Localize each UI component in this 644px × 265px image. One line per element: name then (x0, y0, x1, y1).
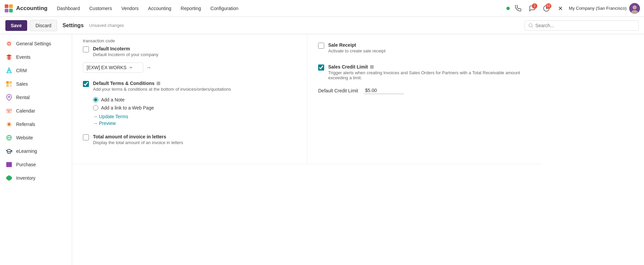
radio-add-note[interactable]: Add a Note (93, 97, 296, 102)
terms-desc: Add your terms & conditions at the botto… (93, 87, 231, 92)
radio-add-link-input[interactable] (93, 105, 98, 111)
nav-right: 2 62 My Company (San Francisco) (506, 3, 640, 14)
radio-add-link[interactable]: Add a link to a Web Page (93, 105, 296, 111)
svg-rect-3 (9, 9, 13, 12)
incoterm-desc: Default Incoterm of your company (93, 52, 158, 57)
invoice-letters-checkbox[interactable] (83, 134, 89, 140)
terms-links: → Update Terms → Preview (93, 114, 296, 126)
elearning-icon (5, 147, 13, 155)
invoice-letters-setting: Total amount of invoice in letters Displ… (83, 134, 296, 148)
invoice-letters-label: Total amount of invoice in letters (93, 134, 183, 139)
rental-icon (5, 94, 13, 101)
purchase-icon (5, 161, 13, 168)
search-input[interactable] (535, 23, 635, 28)
company-name[interactable]: My Company (San Francisco) (569, 6, 627, 11)
settings-grid: transaction code Default Incoterm Defaul… (72, 34, 542, 164)
avatar-icon (629, 3, 640, 14)
incoterm-checkbox[interactable] (83, 46, 89, 52)
update-terms-link[interactable]: → Update Terms (93, 114, 296, 119)
nav-configuration[interactable]: Configuration (206, 4, 242, 13)
transaction-note: transaction code (83, 38, 296, 43)
incoterm-value: [EXW] EX WORKS (87, 65, 127, 70)
main-layout: General Settings Events CRM (0, 34, 644, 265)
invoice-letters-text: Total amount of invoice in letters Displ… (93, 134, 183, 148)
incoterm-text-block: Default Incoterm Default Incoterm of you… (93, 46, 158, 60)
sidebar-item-events[interactable]: Events (0, 50, 72, 64)
save-button[interactable]: Save (5, 20, 27, 31)
phone-icon (515, 5, 522, 12)
status-indicator (506, 7, 510, 10)
messages-icon-btn[interactable]: 2 (527, 3, 538, 14)
nav-accounting[interactable]: Accounting (144, 4, 175, 13)
sidebar-item-website[interactable]: Website (0, 131, 72, 144)
general-settings-icon (5, 40, 13, 47)
search-box[interactable] (525, 20, 639, 31)
terms-text-block: Default Terms & Conditions ⊞ Add your te… (93, 81, 231, 94)
sidebar-label-purchase: Purchase (16, 162, 36, 167)
sidebar-item-inventory[interactable]: Inventory (0, 171, 72, 185)
website-icon (5, 134, 13, 141)
crm-icon (5, 67, 13, 74)
terms-header-row: Default Terms & Conditions ⊞ Add your te… (83, 81, 296, 94)
sidebar-label-crm: CRM (16, 68, 27, 73)
nav-dashboard[interactable]: Dashboard (53, 4, 84, 13)
sale-receipt-checkbox[interactable] (318, 43, 324, 49)
events-icon (5, 53, 13, 61)
sidebar-item-rental[interactable]: Rental (0, 91, 72, 104)
invoice-letters-row: Total amount of invoice in letters Displ… (83, 134, 296, 148)
sidebar-item-calendar[interactable]: 31 Calendar (0, 104, 72, 118)
activity-icon-btn[interactable]: 62 (541, 3, 552, 14)
sidebar-item-general-settings[interactable]: General Settings (0, 37, 72, 50)
incoterm-label: Default Incoterm (93, 46, 158, 51)
credit-limit-grid-icon[interactable]: ⊞ (370, 64, 374, 70)
sale-receipt-desc: Activate to create sale receipt (328, 48, 386, 53)
svg-rect-21 (9, 84, 12, 87)
default-credit-value[interactable]: $5.00 (364, 87, 404, 94)
svg-rect-31 (6, 162, 12, 167)
activity-badge: 62 (546, 3, 551, 9)
terms-checkbox[interactable] (83, 81, 89, 87)
sidebar-label-general-settings: General Settings (16, 41, 51, 46)
radio-add-note-input[interactable] (93, 97, 98, 102)
content-area: transaction code Default Incoterm Defaul… (72, 34, 644, 265)
terms-grid-icon[interactable]: ⊞ (156, 81, 160, 86)
incoterm-header-row: Default Incoterm Default Incoterm of you… (83, 46, 296, 60)
sale-receipt-text: Sale Receipt Activate to create sale rec… (328, 42, 386, 56)
sidebar-label-rental: Rental (16, 95, 30, 100)
discard-button[interactable]: Discard (30, 20, 57, 31)
incoterm-select-row: [EXW] EX WORKS → (83, 62, 296, 73)
svg-text:31: 31 (7, 111, 10, 113)
sale-receipt-label: Sale Receipt (328, 42, 386, 48)
app-logo[interactable]: Accounting (4, 4, 48, 13)
svg-rect-20 (6, 84, 9, 87)
sidebar-item-referrals[interactable]: Referrals (0, 118, 72, 131)
sidebar-item-crm[interactable]: CRM (0, 64, 72, 77)
sales-icon (5, 80, 13, 88)
credit-limit-checkbox[interactable] (318, 64, 324, 71)
terms-radio-group: Add a Note Add a link to a Web Page (93, 97, 296, 111)
phone-icon-btn[interactable] (512, 3, 524, 14)
app-logo-icon (4, 4, 13, 13)
incoterm-external-link[interactable]: → (146, 64, 151, 71)
sidebar-label-events: Events (16, 54, 31, 60)
svg-marker-32 (6, 175, 12, 181)
sale-receipt-setting: Sale Receipt Activate to create sale rec… (318, 42, 531, 56)
unsaved-indicator: Unsaved changes (89, 23, 124, 28)
svg-point-27 (8, 123, 10, 126)
credit-limit-desc: Trigger alerts when creating Invoices an… (328, 70, 531, 80)
svg-point-10 (529, 24, 532, 27)
nav-vendors[interactable]: Vendors (117, 4, 143, 13)
nav-reporting[interactable]: Reporting (177, 4, 205, 13)
sidebar-item-purchase[interactable]: Purchase (0, 158, 72, 171)
preview-link[interactable]: → Preview (93, 121, 296, 126)
settings-content: transaction code Default Incoterm Defaul… (72, 34, 542, 164)
sidebar-item-elearning[interactable]: eLearning (0, 144, 72, 158)
incoterm-select[interactable]: [EXW] EX WORKS (83, 62, 143, 73)
svg-point-22 (8, 96, 10, 98)
sidebar-item-sales[interactable]: Sales (0, 77, 72, 91)
close-icon-btn[interactable] (555, 3, 566, 14)
app-name: Accounting (16, 5, 48, 12)
toolbar: Save Discard Settings Unsaved changes (0, 17, 644, 34)
nav-customers[interactable]: Customers (85, 4, 116, 13)
user-avatar[interactable] (629, 3, 640, 14)
